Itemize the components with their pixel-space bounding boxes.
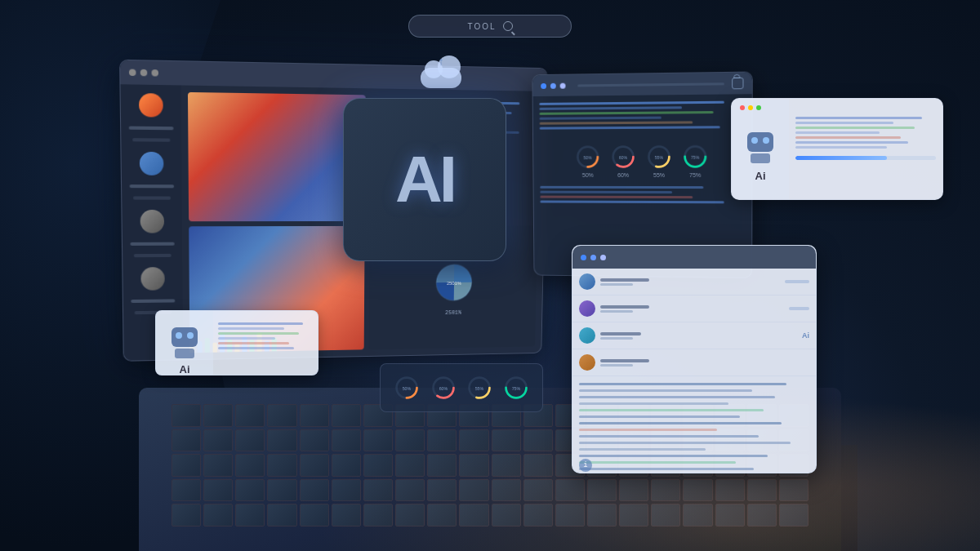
chat-user-row-4 [572,349,816,376]
sidebar-icon-3 [140,210,165,233]
pie-label: 2501% [445,309,461,316]
right-code-bottom [534,186,752,204]
chat-line-5 [579,409,764,411]
chat-line-2 [579,389,752,392]
chat-line-13 [579,461,736,464]
sidebar-label-1b [132,138,170,142]
robot-icon [744,132,777,165]
progress-3: 55% [466,375,492,401]
chat-content: i [572,376,816,478]
user-name-1 [600,278,649,282]
ai-small-panel-bottom: Ai [155,310,318,375]
dot-yellow [748,105,753,110]
chat-dot-2 [590,255,596,260]
user-avatar-4 [579,354,595,371]
sidebar-icon-4 [140,267,164,291]
sidebar-label-3 [130,242,174,246]
ai-chat-tag: Ai [802,331,809,340]
sidebar-label-2 [130,184,175,188]
user-avatar-2 [579,300,595,317]
user-info-3 [600,332,797,340]
user-status-1 [785,280,809,283]
search-bar[interactable]: TOOL [408,15,572,38]
chat-line-10 [579,442,791,444]
ai-chat-name [600,332,641,335]
sidebar-label-1 [129,127,174,131]
heatmap-1 [188,92,366,221]
dot-2 [140,69,148,77]
ai-small-code [789,99,942,199]
robot-body-bottom [175,349,194,358]
title-bar-line [577,82,724,87]
chat-titlebar [572,246,816,269]
cloud-icon: ↑ [416,56,466,88]
robot-eye-right-bottom [187,332,194,339]
ai-text: AI [395,142,454,217]
ai-progress-fill [795,156,887,160]
metric-2: 60% 60% [610,144,636,178]
metric-4: 75% 75% [682,144,708,178]
robot-eye-left-bottom [176,332,182,339]
chat-line-8 [579,429,717,431]
dot-r3 [560,82,566,88]
search-bar-label: TOOL [467,22,496,31]
chat-user-row-2 [572,295,816,322]
svg-text:75%: 75% [511,386,520,391]
cloud-upload-arrow: ↑ [438,56,444,69]
dot-3 [152,69,159,77]
ai-small-label: Ai [755,170,766,182]
robot-icon-bottom [168,327,201,358]
svg-text:55%: 55% [475,386,484,391]
chat-dot-3 [600,255,606,260]
robot-eye-left [751,137,758,144]
user-sub-2 [600,310,633,313]
svg-text:50%: 50% [403,386,412,391]
dot-r2 [550,82,556,88]
robot-eye-right [763,137,769,144]
cloud-shape [421,68,461,88]
chat-user-row-3: Ai [572,322,816,349]
ai-small-label-bottom: Ai [180,363,190,375]
floating-panels: TOOL [0,0,980,551]
svg-text:55%: 55% [655,155,664,160]
user-info-1 [600,278,780,286]
sidebar-label-4 [131,299,175,303]
lock-icon [732,78,743,89]
user-sub-4 [600,364,633,367]
pie-chart: 2501% [430,259,477,307]
sidebar-icon-2 [140,152,164,176]
cloud-panel: ↑ [400,47,482,96]
ai-small-panel-top: Ai [731,98,943,200]
user-info-2 [600,305,784,313]
progress-4: 75% [503,375,529,401]
ai-center-panel: AI [343,98,506,261]
user-avatar-3 [579,327,595,344]
sidebar-label-3b [134,254,172,257]
user-name-4 [600,359,649,362]
svg-text:50%: 50% [583,155,592,160]
metrics-row: 50% 50% 60% 60% 55% 55% [533,135,752,186]
info-icon: i [579,459,592,472]
svg-text:2501%: 2501% [447,280,462,286]
dot-green [756,105,761,110]
user-sub-1 [600,283,633,286]
progress-1: 50% [394,375,420,401]
svg-text:75%: 75% [691,154,700,159]
svg-text:60%: 60% [439,386,448,391]
user-sub-3 [600,337,633,340]
user-info-4 [600,359,809,367]
ai-small-dots [740,105,761,110]
chat-line-6 [579,415,740,418]
chat-panel: Ai [572,245,817,473]
chat-line-9 [579,435,759,438]
metric-label-3: 55% [653,172,665,178]
user-status-2 [789,307,809,310]
user-avatar-1 [579,273,595,290]
robot-body [751,153,770,163]
ai-robot-bottom: Ai [156,311,213,375]
chat-line-12 [579,455,768,457]
chat-line-3 [579,396,775,398]
dot-1 [129,69,136,77]
chat-line-11 [579,448,706,451]
ai-robot-section: Ai [732,99,789,199]
